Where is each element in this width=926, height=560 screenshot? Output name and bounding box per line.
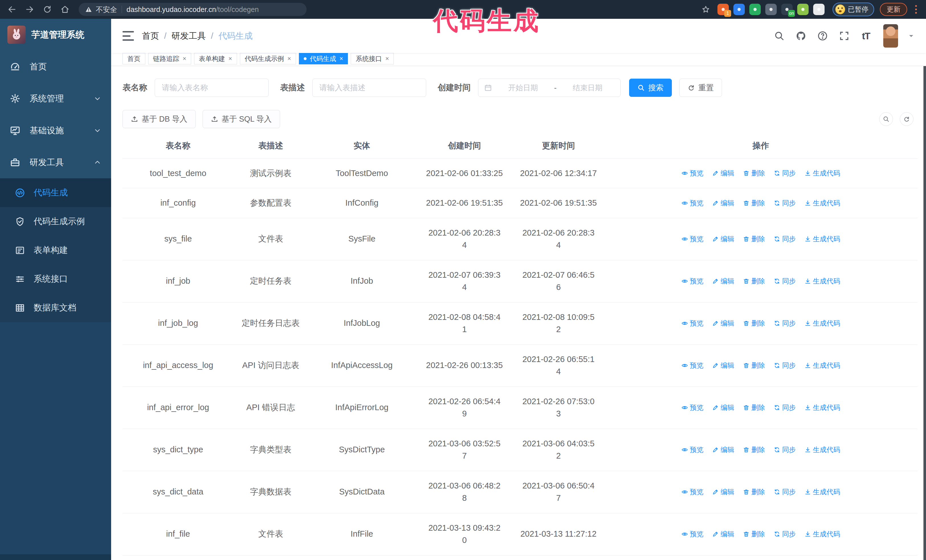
app-logo-row[interactable]: 芋道管理系统 <box>0 19 111 51</box>
table-desc-input[interactable] <box>312 78 426 97</box>
github-icon[interactable] <box>795 30 807 42</box>
browser-update-button[interactable]: 更新 <box>880 3 907 16</box>
action-生成代码[interactable]: 生成代码 <box>804 529 840 539</box>
action-同步[interactable]: 同步 <box>773 529 796 539</box>
browser-menu-icon[interactable] <box>911 3 921 16</box>
action-删除[interactable]: 删除 <box>743 318 765 328</box>
sidebar-subitem-数据库文档[interactable]: 数据库文档 <box>0 293 111 322</box>
action-同步[interactable]: 同步 <box>773 360 796 371</box>
end-date-input[interactable]: 结束日期 <box>560 83 614 93</box>
action-删除[interactable]: 删除 <box>743 234 765 244</box>
action-预览[interactable]: 预览 <box>681 487 704 497</box>
action-删除[interactable]: 删除 <box>743 445 765 455</box>
tab-链路追踪[interactable]: 链路追踪× <box>148 53 191 64</box>
action-预览[interactable]: 预览 <box>681 318 704 328</box>
sidebar-item-研发工具[interactable]: 研发工具 <box>0 146 111 178</box>
action-删除[interactable]: 删除 <box>743 168 765 178</box>
action-编辑[interactable]: 编辑 <box>712 487 734 497</box>
close-icon[interactable]: × <box>385 56 389 62</box>
tab-代码生成示例[interactable]: 代码生成示例× <box>240 53 296 64</box>
action-删除[interactable]: 删除 <box>743 276 765 286</box>
back-icon[interactable] <box>5 3 19 16</box>
action-生成代码[interactable]: 生成代码 <box>804 318 840 328</box>
address-bar[interactable]: 不安全 dashboard.yudao.iocoder.cn/tool/code… <box>79 3 307 16</box>
ext-puzzle-icon[interactable] <box>813 4 825 15</box>
chevron-down-icon[interactable] <box>908 32 915 39</box>
close-icon[interactable]: × <box>183 56 186 62</box>
action-生成代码[interactable]: 生成代码 <box>804 403 840 413</box>
search-button[interactable]: 搜索 <box>629 78 672 97</box>
hamburger-menu-icon[interactable] <box>123 31 134 41</box>
action-同步[interactable]: 同步 <box>773 403 796 413</box>
table-name-input[interactable] <box>155 78 269 97</box>
sidebar-item-基础设施[interactable]: 基础设施 <box>0 115 111 146</box>
action-生成代码[interactable]: 生成代码 <box>804 360 840 371</box>
action-预览[interactable]: 预览 <box>681 168 704 178</box>
tab-表单构建[interactable]: 表单构建× <box>194 53 237 64</box>
sidebar-subitem-代码生成[interactable]: 代码生成 <box>0 178 111 207</box>
action-删除[interactable]: 删除 <box>743 403 765 413</box>
action-预览[interactable]: 预览 <box>681 276 704 286</box>
sidebar-item-home[interactable]: 首页 <box>0 51 111 83</box>
sidebar-subitem-系统接口[interactable]: 系统接口 <box>0 265 111 293</box>
action-同步[interactable]: 同步 <box>773 487 796 497</box>
reset-button[interactable]: 重置 <box>679 78 722 97</box>
ext-orange-icon[interactable]: 1 <box>717 4 729 15</box>
action-删除[interactable]: 删除 <box>743 529 765 539</box>
reload-icon[interactable] <box>41 3 54 16</box>
scrollbar[interactable] <box>923 19 926 560</box>
ext-grid-icon[interactable] <box>765 4 777 15</box>
action-编辑[interactable]: 编辑 <box>712 529 734 539</box>
action-同步[interactable]: 同步 <box>773 445 796 455</box>
font-size-icon[interactable]: tT <box>860 30 872 42</box>
action-预览[interactable]: 预览 <box>681 403 704 413</box>
action-同步[interactable]: 同步 <box>773 318 796 328</box>
tab-系统接口[interactable]: 系统接口× <box>351 53 394 64</box>
close-icon[interactable]: × <box>228 56 232 62</box>
action-预览[interactable]: 预览 <box>681 445 704 455</box>
action-生成代码[interactable]: 生成代码 <box>804 168 840 178</box>
sidebar-subitem-代码生成示例[interactable]: 代码生成示例 <box>0 207 111 236</box>
tab-代码生成[interactable]: 代码生成× <box>299 53 348 64</box>
forward-icon[interactable] <box>23 3 36 16</box>
action-同步[interactable]: 同步 <box>773 168 796 178</box>
action-删除[interactable]: 删除 <box>743 198 765 208</box>
action-删除[interactable]: 删除 <box>743 360 765 371</box>
action-预览[interactable]: 预览 <box>681 234 704 244</box>
action-编辑[interactable]: 编辑 <box>712 198 734 208</box>
action-预览[interactable]: 预览 <box>681 360 704 371</box>
action-预览[interactable]: 预览 <box>681 529 704 539</box>
tab-首页[interactable]: 首页 <box>123 53 145 64</box>
action-编辑[interactable]: 编辑 <box>712 403 734 413</box>
action-生成代码[interactable]: 生成代码 <box>804 487 840 497</box>
action-编辑[interactable]: 编辑 <box>712 445 734 455</box>
import-sql-button[interactable]: 基于 SQL 导入 <box>203 110 280 128</box>
start-date-input[interactable]: 开始日期 <box>496 83 550 93</box>
search-icon[interactable] <box>773 30 785 42</box>
action-生成代码[interactable]: 生成代码 <box>804 234 840 244</box>
import-db-button[interactable]: 基于 DB 导入 <box>123 110 196 128</box>
action-预览[interactable]: 预览 <box>681 198 704 208</box>
date-range-picker[interactable]: 开始日期 - 结束日期 <box>478 78 620 97</box>
close-icon[interactable]: × <box>287 56 291 62</box>
profile-chip[interactable]: 已暂停 <box>832 3 874 16</box>
fullscreen-icon[interactable] <box>838 30 850 42</box>
refresh-table-button[interactable] <box>900 112 914 126</box>
home-icon[interactable] <box>58 3 72 16</box>
action-编辑[interactable]: 编辑 <box>712 360 734 371</box>
action-同步[interactable]: 同步 <box>773 198 796 208</box>
sidebar-item-系统管理[interactable]: 系统管理 <box>0 83 111 115</box>
action-同步[interactable]: 同步 <box>773 234 796 244</box>
action-删除[interactable]: 删除 <box>743 487 765 497</box>
sidebar-subitem-表单构建[interactable]: 表单构建 <box>0 236 111 265</box>
action-生成代码[interactable]: 生成代码 <box>804 276 840 286</box>
user-avatar[interactable] <box>883 24 898 48</box>
show-search-toggle-button[interactable] <box>879 112 893 126</box>
action-编辑[interactable]: 编辑 <box>712 168 734 178</box>
ext-switch-icon[interactable]: on <box>781 4 793 15</box>
action-编辑[interactable]: 编辑 <box>712 234 734 244</box>
action-编辑[interactable]: 编辑 <box>712 318 734 328</box>
ext-check-icon[interactable] <box>749 4 761 15</box>
bookmark-star-icon[interactable] <box>702 5 710 14</box>
action-生成代码[interactable]: 生成代码 <box>804 198 840 208</box>
